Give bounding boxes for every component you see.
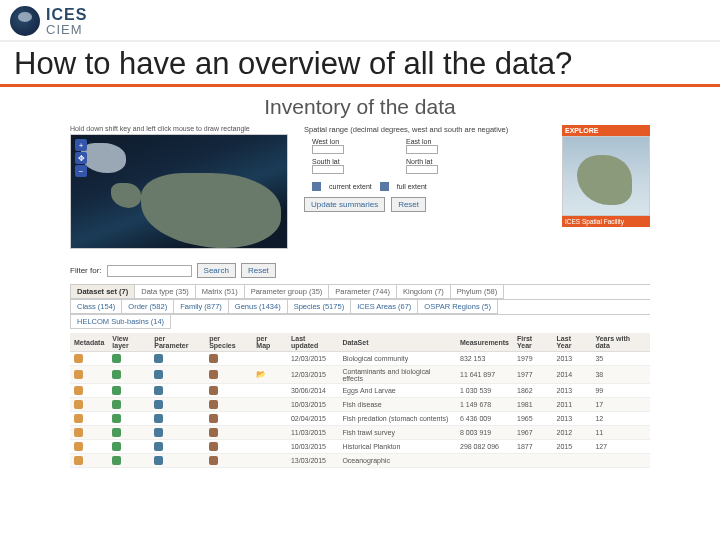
- perspecies-icon[interactable]: [209, 400, 218, 409]
- metadata-icon[interactable]: [74, 442, 83, 451]
- tab-class-154-[interactable]: Class (154): [71, 300, 122, 314]
- title-bar: How to have an overview of all the data?: [0, 42, 720, 87]
- tab-species-5175-[interactable]: Species (5175): [288, 300, 351, 314]
- col-perparam: per Parameter: [150, 333, 205, 352]
- tab-matrix-51-[interactable]: Matrix (51): [196, 285, 245, 299]
- tab-order-582-[interactable]: Order (582): [122, 300, 174, 314]
- metadata-icon[interactable]: [74, 414, 83, 423]
- perspecies-icon[interactable]: [209, 386, 218, 395]
- perparam-icon[interactable]: [154, 370, 163, 379]
- zoom-out-icon[interactable]: −: [75, 165, 87, 177]
- perparam-icon[interactable]: [154, 442, 163, 451]
- cell-measurements: 11 641 897: [456, 366, 513, 384]
- org-line2: CIEM: [46, 23, 87, 36]
- metadata-icon[interactable]: [74, 400, 83, 409]
- zoom-in-icon[interactable]: +: [75, 139, 87, 151]
- cell-firstyear: 1862: [513, 384, 553, 398]
- metadata-icon[interactable]: [74, 386, 83, 395]
- north-label: North lat: [406, 158, 432, 165]
- folder-open-icon[interactable]: 📂: [256, 370, 266, 379]
- cell-yearswith: 12: [591, 412, 650, 426]
- viewlayer-icon[interactable]: [112, 400, 121, 409]
- data-table: Metadata View layer per Parameter per Sp…: [70, 333, 650, 468]
- current-extent-radio[interactable]: [312, 182, 321, 191]
- cell-yearswith: 35: [591, 352, 650, 366]
- cell-lastyear: 2011: [553, 398, 592, 412]
- table-row: 📂12/03/2015Contaminants and biological e…: [70, 366, 650, 384]
- perparam-icon[interactable]: [154, 414, 163, 423]
- viewlayer-icon[interactable]: [112, 370, 121, 379]
- viewlayer-icon[interactable]: [112, 442, 121, 451]
- search-button[interactable]: Search: [197, 263, 236, 278]
- cell-dataset: Biological community: [338, 352, 456, 366]
- east-input[interactable]: [406, 145, 438, 154]
- viewlayer-icon[interactable]: [112, 354, 121, 363]
- subtitle: Inventory of the data: [0, 87, 720, 125]
- tab-family-877-[interactable]: Family (877): [174, 300, 229, 314]
- filter-reset-button[interactable]: Reset: [241, 263, 276, 278]
- pan-icon[interactable]: ✥: [75, 152, 87, 164]
- spatial-reset-button[interactable]: Reset: [391, 197, 426, 212]
- cell-measurements: 832 153: [456, 352, 513, 366]
- viewlayer-icon[interactable]: [112, 428, 121, 437]
- viewlayer-icon[interactable]: [112, 414, 121, 423]
- full-extent-radio[interactable]: [380, 182, 389, 191]
- perparam-icon[interactable]: [154, 428, 163, 437]
- tab-row-3: HELCOM Sub-basins (14): [70, 314, 650, 329]
- cell-measurements: 6 436 009: [456, 412, 513, 426]
- table-row: 30/06/2014Eggs And Larvae1 030 539186220…: [70, 384, 650, 398]
- perspecies-icon[interactable]: [209, 354, 218, 363]
- south-input[interactable]: [312, 165, 344, 174]
- table-row: 13/03/2015Oceanographic: [70, 454, 650, 468]
- metadata-icon[interactable]: [74, 428, 83, 437]
- tab-helcom-sub-basins-14-[interactable]: HELCOM Sub-basins (14): [71, 315, 171, 329]
- tab-genus-1434-[interactable]: Genus (1434): [229, 300, 288, 314]
- cell-measurements: 1 030 539: [456, 384, 513, 398]
- viewlayer-icon[interactable]: [112, 456, 121, 465]
- map-viewport[interactable]: + ✥ −: [70, 134, 288, 249]
- perparam-icon[interactable]: [154, 400, 163, 409]
- metadata-icon[interactable]: [74, 370, 83, 379]
- cell-firstyear: [513, 454, 553, 468]
- col-lastupdated: Last updated: [287, 333, 338, 352]
- cell-lastupdated: 10/03/2015: [287, 398, 338, 412]
- cell-dataset: Fish predation (stomach contents): [338, 412, 456, 426]
- tab-parameter-744-[interactable]: Parameter (744): [329, 285, 397, 299]
- current-extent-label: current extent: [329, 183, 372, 190]
- perspecies-icon[interactable]: [209, 456, 218, 465]
- table-row: 10/03/2015Fish disease1 149 678198120111…: [70, 398, 650, 412]
- perspecies-icon[interactable]: [209, 442, 218, 451]
- thumb-map-icon[interactable]: [562, 136, 650, 216]
- metadata-icon[interactable]: [74, 456, 83, 465]
- tab-dataset-set-7-[interactable]: Dataset set (7): [71, 285, 135, 299]
- cell-yearswith: 127: [591, 440, 650, 454]
- viewlayer-icon[interactable]: [112, 386, 121, 395]
- col-metadata: Metadata: [70, 333, 108, 352]
- perspecies-icon[interactable]: [209, 414, 218, 423]
- perparam-icon[interactable]: [154, 386, 163, 395]
- thumb-caption: ICES Spatial Facility: [562, 216, 650, 227]
- perspecies-icon[interactable]: [209, 428, 218, 437]
- west-label: West lon: [312, 138, 339, 145]
- filter-label: Filter for:: [70, 266, 102, 275]
- filter-input[interactable]: [107, 265, 192, 277]
- tab-ospar-regions-5-[interactable]: OSPAR Regions (5): [418, 300, 498, 314]
- tab-ices-areas-67-[interactable]: ICES Areas (67): [351, 300, 418, 314]
- perspecies-icon[interactable]: [209, 370, 218, 379]
- cell-lastyear: 2013: [553, 412, 592, 426]
- tab-kingdom-7-[interactable]: Kingdom (7): [397, 285, 451, 299]
- west-input[interactable]: [312, 145, 344, 154]
- north-input[interactable]: [406, 165, 438, 174]
- cell-lastupdated: 30/06/2014: [287, 384, 338, 398]
- tab-data-type-35-[interactable]: Data type (35): [135, 285, 196, 299]
- cell-firstyear: 1877: [513, 440, 553, 454]
- tab-phylum-58-[interactable]: Phylum (58): [451, 285, 504, 299]
- cell-lastupdated: 02/04/2015: [287, 412, 338, 426]
- perparam-icon[interactable]: [154, 354, 163, 363]
- tab-parameter-group-35-[interactable]: Parameter group (35): [245, 285, 330, 299]
- perparam-icon[interactable]: [154, 456, 163, 465]
- metadata-icon[interactable]: [74, 354, 83, 363]
- update-summaries-button[interactable]: Update summaries: [304, 197, 385, 212]
- cell-yearswith: 17: [591, 398, 650, 412]
- col-lastyear: Last Year: [553, 333, 592, 352]
